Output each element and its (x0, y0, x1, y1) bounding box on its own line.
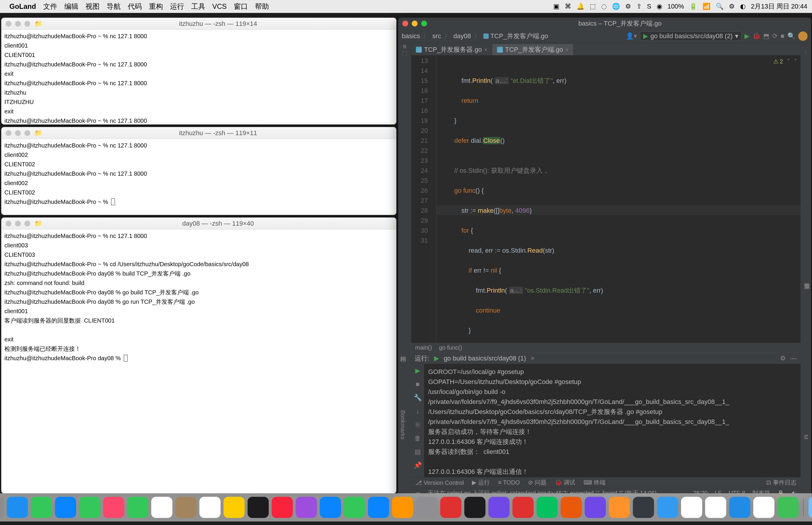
globe-icon[interactable]: 🌐 (612, 3, 620, 10)
app-name[interactable]: GoLand (10, 2, 36, 11)
menu-run[interactable]: 运行 (170, 2, 184, 11)
close-icon[interactable]: × (484, 47, 488, 53)
breadcrumb[interactable]: basics〉 src〉 day08〉 TCP_并发客户端.go (402, 32, 548, 41)
export-icon[interactable]: ⎘ (416, 421, 420, 429)
close-icon[interactable] (5, 221, 12, 226)
dock-app-mail[interactable] (55, 497, 76, 518)
tab-problems[interactable]: ⊘ 问题 (528, 479, 547, 486)
menubar-icon[interactable]: ⬚ (590, 3, 596, 10)
menu-window[interactable]: 窗口 (234, 2, 248, 11)
run-panel-config[interactable]: go build basics/src/day08 (1) (444, 355, 526, 362)
zoom-icon[interactable] (25, 130, 30, 136)
layout-icon[interactable]: ▤ (415, 448, 421, 456)
menubar-icon[interactable]: ⚙︎ (625, 3, 631, 10)
fold-gutter[interactable] (431, 55, 436, 343)
tab-options-icon[interactable]: ⋮ (800, 50, 811, 55)
dock-app-keynote[interactable] (368, 497, 389, 518)
terminal-output[interactable]: itzhuzhu@itzhuzhudeMacBook-Pro ~ % nc 12… (1, 229, 396, 364)
menu-help[interactable]: 帮助 (255, 2, 269, 11)
dock-app-netease[interactable] (512, 497, 534, 518)
dock-app-numbers[interactable] (344, 497, 365, 518)
tab-todo[interactable]: ≡ TODO (498, 479, 520, 486)
run-button[interactable]: ▶︎ (745, 32, 749, 40)
bookmarks-tool-button[interactable]: Bookmarks (399, 410, 406, 439)
terminal-window-3[interactable]: 📁 day08 — -zsh — 119×40 itzhuzhu@itzhuzh… (1, 217, 396, 494)
wechat-icon[interactable]: ◌ (601, 3, 607, 10)
ide-titlebar[interactable]: basics – TCP_并发客户端.go (398, 18, 811, 29)
rerun-button[interactable]: ▶︎ (415, 367, 420, 375)
crumb-root[interactable]: basics (402, 32, 420, 40)
menu-navigate[interactable]: 导航 (107, 2, 121, 11)
tab-terminal[interactable]: ⌨ 终端 (583, 479, 606, 486)
gear-icon[interactable]: ⚙︎ (780, 355, 786, 362)
dock-app-contacts[interactable] (175, 497, 197, 518)
terminal-titlebar[interactable]: 📁 itzhuzhu — -zsh — 119×14 (1, 18, 396, 30)
chevron-up-icon[interactable]: ˄ (787, 56, 790, 66)
dock-app-podcasts[interactable] (296, 497, 317, 518)
wifi-icon[interactable]: 📶 (703, 3, 710, 10)
close-icon[interactable] (402, 20, 408, 27)
control-center-icon[interactable]: ⚙︎ (729, 3, 735, 10)
search-icon[interactable]: 🔍 (716, 3, 724, 10)
dock-app-term2[interactable] (633, 497, 654, 518)
run-config-selector[interactable]: ▶︎ go build basics/src/day08 (2) ▾ (640, 31, 741, 41)
dock-app-music2[interactable] (488, 497, 509, 518)
dock-app-chrome[interactable] (681, 497, 702, 518)
terminal-titlebar[interactable]: 📁 itzhuzhu — -zsh — 119×11 (1, 127, 396, 139)
terminal-window-2[interactable]: 📁 itzhuzhu — -zsh — 119×11 itzhuzhu@itzh… (1, 127, 396, 215)
dock-app-reminders[interactable] (199, 497, 220, 518)
menu-tools[interactable]: 工具 (191, 2, 205, 11)
dock-app-spotlight[interactable] (753, 497, 775, 518)
dock-app-youdao[interactable] (440, 497, 461, 518)
terminal-titlebar[interactable]: 📁 day08 — -zsh — 119×40 (1, 218, 396, 229)
dock-app-maps[interactable] (79, 497, 100, 518)
tab-vcs[interactable]: ⎇ Version Control (415, 479, 464, 486)
dock-app-appstore[interactable] (320, 497, 341, 518)
dock-app-music[interactable] (272, 497, 293, 518)
crumb[interactable]: src (432, 32, 441, 40)
menubar-icon[interactable]: ⇪ (637, 3, 642, 10)
user-icon[interactable]: 👤▾ (626, 32, 637, 40)
dock-app-play[interactable] (777, 497, 798, 518)
dock-app-facetime[interactable] (127, 497, 148, 518)
dock-app-safari[interactable] (7, 497, 28, 518)
close-icon[interactable] (5, 130, 12, 136)
clock[interactable]: 2月13日 周日 20:44 (751, 2, 807, 11)
event-log-button[interactable]: ⊡ 事件日志 (766, 479, 796, 486)
zoom-icon[interactable] (25, 221, 30, 226)
debug-button[interactable]: 🐞 (752, 32, 760, 40)
menubar-icon[interactable]: S (647, 3, 652, 10)
tab-debug[interactable]: 🐞 调试 (555, 479, 576, 486)
crumb-file[interactable]: TCP_并发客户端.go (484, 32, 548, 41)
chevron-down-icon[interactable]: ˅ (794, 56, 797, 66)
dock-app-notes[interactable] (224, 497, 245, 518)
close-icon[interactable]: × (565, 47, 569, 53)
dock-app-folder2[interactable] (657, 497, 678, 518)
pin-icon[interactable]: 📌 (414, 462, 422, 469)
terminal-output[interactable]: itzhuzhu@itzhuzhudeMacBook-Pro ~ % nc 12… (1, 30, 396, 124)
minimize-icon[interactable] (412, 20, 418, 27)
menu-file[interactable]: 文件 (43, 2, 57, 11)
zoom-icon[interactable] (25, 21, 30, 27)
dock-app-messages[interactable] (31, 497, 52, 518)
record-icon[interactable]: ◉ (657, 3, 662, 10)
tab-server-file[interactable]: TCP_并发服务器.go × (411, 44, 492, 55)
dock-app-qq[interactable] (705, 497, 726, 518)
dock-app-terminal-app[interactable] (464, 497, 486, 518)
minimize-icon[interactable] (15, 130, 21, 136)
dock-app-calendar[interactable] (151, 497, 172, 518)
project-tool-icon[interactable]: ⧉ (403, 44, 406, 49)
menu-vcs[interactable]: VCS (212, 2, 227, 11)
minimize-icon[interactable]: — (791, 355, 797, 362)
code-editor[interactable]: ⚠ 2 ˄ ˅ 13141516171819202122232425262728… (411, 55, 800, 343)
crumb[interactable]: day08 (454, 32, 471, 40)
dock-app-wechat[interactable] (537, 497, 558, 518)
minimize-icon[interactable] (15, 221, 21, 226)
zoom-icon[interactable] (421, 20, 427, 27)
terminal-output[interactable]: itzhuzhu@itzhuzhudeMacBook-Pro ~ % nc 12… (1, 139, 396, 208)
close-icon[interactable] (5, 21, 12, 27)
tab-client-file[interactable]: TCP_并发客户端.go × (492, 44, 573, 55)
stop-button[interactable]: ■ (416, 380, 419, 388)
m-tool-button[interactable]: M (802, 435, 809, 439)
dock-app-vscode[interactable] (729, 497, 750, 518)
